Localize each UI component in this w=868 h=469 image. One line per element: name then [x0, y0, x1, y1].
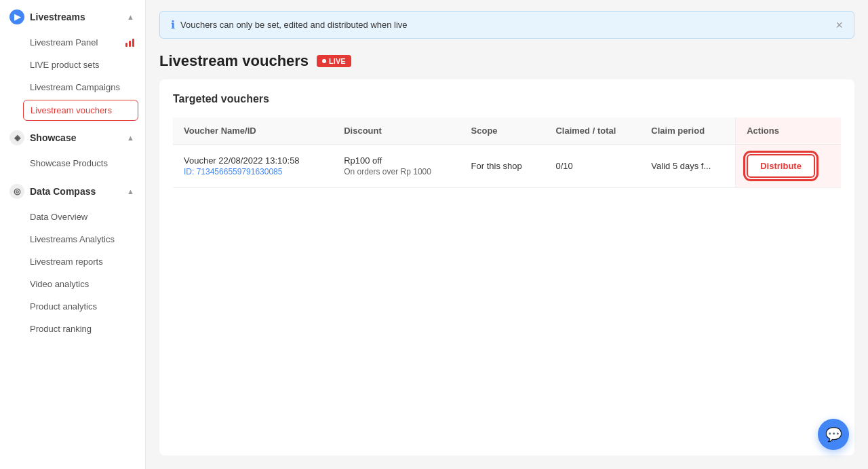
livestreams-icon: ▶ [9, 10, 24, 24]
chevron-up-icon-showcase: ▲ [127, 134, 134, 142]
sidebar-item-showcase-products[interactable]: Showcase Products [0, 152, 145, 174]
voucher-table: Voucher Name/ID Discount Scope Claimed /… [173, 117, 841, 188]
sidebar-section-label-livestreams: Livestreams [30, 12, 85, 22]
sidebar-item-livestreams-analytics[interactable]: Livestreams Analytics [0, 228, 145, 250]
alert-left: ℹ Vouchers can only be set, edited and d… [171, 18, 408, 31]
col-actions: Actions [736, 117, 841, 145]
claim-period-value: Valid 5 days f... [651, 161, 711, 171]
claimed-value: 0/10 [555, 161, 572, 171]
scope-value: For this shop [471, 161, 522, 171]
discount-cell: Rp100 off On orders over Rp 1000 [333, 145, 460, 188]
sidebar-item-livestream-reports[interactable]: Livestream reports [0, 250, 145, 273]
page-header: Livestream vouchers LIVE [146, 45, 868, 79]
col-claimed: Claimed / total [545, 117, 640, 145]
compass-icon: ◎ [9, 184, 24, 199]
col-claim-period: Claim period [640, 117, 735, 145]
sidebar-item-livestream-panel[interactable]: Livestream Panel [0, 31, 145, 54]
discount-sub: On orders over Rp 1000 [344, 167, 449, 176]
col-voucher-name: Voucher Name/ID [173, 117, 333, 145]
sidebar-section-livestreams: ▶ Livestreams ▲ Livestream Panel LIVE pr… [0, 3, 145, 121]
page-title: Livestream vouchers [159, 52, 309, 70]
showcase-icon: ◈ [9, 130, 24, 145]
live-badge: LIVE [317, 55, 351, 67]
col-scope: Scope [460, 117, 545, 145]
info-icon: ℹ [171, 18, 175, 31]
live-badge-text: LIVE [329, 57, 345, 65]
claimed-cell: 0/10 [545, 145, 640, 188]
chat-icon: 💬 [825, 426, 842, 443]
vouchers-section-title: Targeted vouchers [173, 93, 841, 105]
live-dot [322, 59, 326, 63]
voucher-id: ID: 7134566559791630085 [184, 167, 322, 176]
sidebar-section-header-livestreams[interactable]: ▶ Livestreams ▲ [0, 3, 145, 31]
sidebar-section-data-compass: ◎ Data Compass ▲ Data Overview Livestrea… [0, 177, 145, 340]
sidebar-section-label-showcase: Showcase [30, 132, 76, 143]
sidebar-item-data-overview[interactable]: Data Overview [0, 206, 145, 228]
voucher-name-cell: Voucher 22/08/2022 13:10:58 ID: 71345665… [173, 145, 333, 188]
voucher-name: Voucher 22/08/2022 13:10:58 [184, 155, 322, 166]
sidebar-item-livestream-vouchers[interactable]: Livestream vouchers [23, 100, 138, 121]
main-content: ℹ Vouchers can only be set, edited and d… [146, 0, 868, 469]
bar-chart-icon [125, 39, 134, 47]
sidebar-item-product-analytics[interactable]: Product analytics [0, 295, 145, 318]
sidebar-section-header-data-compass[interactable]: ◎ Data Compass ▲ [0, 177, 145, 206]
sidebar-section-header-showcase[interactable]: ◈ Showcase ▲ [0, 124, 145, 152]
sidebar-item-product-ranking[interactable]: Product ranking [0, 318, 145, 340]
col-discount: Discount [333, 117, 460, 145]
chevron-up-icon-compass: ▲ [127, 187, 134, 195]
alert-text: Vouchers can only be set, edited and dis… [180, 20, 408, 30]
table-header-row: Voucher Name/ID Discount Scope Claimed /… [173, 117, 841, 145]
sidebar-item-live-product-sets[interactable]: LIVE product sets [0, 54, 145, 76]
actions-cell: Distribute [736, 145, 841, 188]
chevron-up-icon: ▲ [127, 13, 134, 21]
sidebar: ▶ Livestreams ▲ Livestream Panel LIVE pr… [0, 0, 146, 469]
table-row: Voucher 22/08/2022 13:10:58 ID: 71345665… [173, 145, 841, 188]
claim-period-cell: Valid 5 days f... [640, 145, 735, 188]
alert-close-button[interactable]: × [835, 19, 843, 31]
sidebar-item-livestream-campaigns[interactable]: Livestream Campaigns [0, 76, 145, 98]
content-area: Targeted vouchers Voucher Name/ID Discou… [159, 79, 854, 455]
discount-main: Rp100 off [344, 155, 449, 166]
scope-cell: For this shop [460, 145, 545, 188]
alert-banner: ℹ Vouchers can only be set, edited and d… [159, 11, 854, 39]
chat-fab-button[interactable]: 💬 [818, 419, 849, 450]
sidebar-section-showcase: ◈ Showcase ▲ Showcase Products [0, 124, 145, 174]
sidebar-item-video-analytics[interactable]: Video analytics [0, 273, 145, 295]
sidebar-section-label-data-compass: Data Compass [30, 186, 96, 197]
distribute-button[interactable]: Distribute [747, 154, 815, 178]
